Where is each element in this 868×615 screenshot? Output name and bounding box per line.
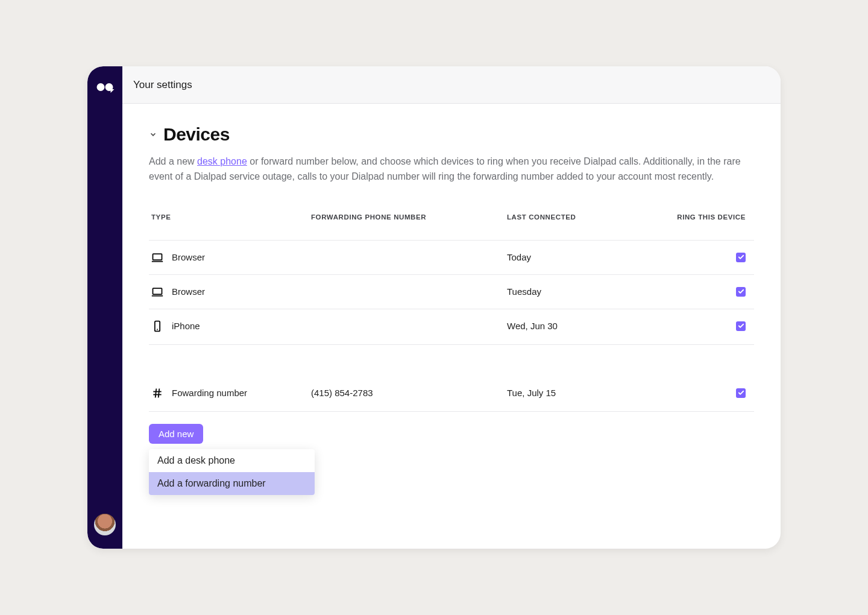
main-panel: Your settings Devices Add a new desk pho…	[122, 66, 781, 549]
table-row: Fowarding number(415) 854-2783Tue, July …	[149, 376, 754, 410]
content: Devices Add a new desk phone or forward …	[122, 104, 781, 468]
chevron-down-icon	[149, 130, 157, 139]
svg-line-8	[156, 388, 157, 397]
device-type: iPhone	[172, 321, 200, 331]
dropdown-item[interactable]: Add a forwarding number	[149, 472, 315, 495]
desk-phone-link[interactable]: desk phone	[197, 156, 247, 166]
device-type: Fowarding number	[172, 388, 247, 398]
device-type: Browser	[172, 286, 205, 297]
device-last: Tue, July 15	[507, 388, 667, 398]
device-last: Today	[507, 252, 667, 262]
dropdown-item[interactable]: Add a desk phone	[149, 449, 315, 472]
sidebar	[87, 66, 122, 549]
svg-line-9	[159, 388, 160, 397]
col-last: LAST CONNECTED	[507, 213, 667, 221]
device-fwd: (415) 854-2783	[311, 388, 507, 398]
ring-checkbox[interactable]	[736, 321, 746, 331]
laptop-icon	[151, 251, 163, 263]
table-header: TYPE FORWARDING PHONE NUMBER LAST CONNEC…	[149, 209, 754, 240]
ring-checkbox[interactable]	[736, 388, 746, 398]
add-dropdown: Add a desk phoneAdd a forwarding number	[149, 449, 315, 495]
section-header[interactable]: Devices	[149, 124, 754, 145]
avatar[interactable]	[94, 514, 116, 535]
section-description: Add a new desk phone or forward number b…	[149, 154, 754, 184]
logo-icon	[97, 83, 113, 91]
hash-icon	[151, 387, 163, 399]
col-type: TYPE	[151, 213, 311, 221]
col-ring: RING THIS DEVICE	[667, 213, 752, 221]
table-row: BrowserTuesday	[149, 274, 754, 309]
devices-table: BrowserTodayBrowserTuesdayiPhoneWed, Jun…	[149, 240, 754, 343]
ring-checkbox[interactable]	[736, 287, 746, 297]
col-fwd: FORWARDING PHONE NUMBER	[311, 213, 507, 221]
device-type: Browser	[172, 252, 205, 262]
table-row: BrowserToday	[149, 240, 754, 274]
forwarding-table: Fowarding number(415) 854-2783Tue, July …	[149, 376, 754, 410]
device-last: Wed, Jun 30	[507, 321, 667, 331]
phone-icon	[151, 320, 163, 332]
ring-checkbox[interactable]	[736, 253, 746, 262]
svg-rect-2	[153, 288, 162, 294]
app-window: Your settings Devices Add a new desk pho…	[87, 66, 781, 549]
device-last: Tuesday	[507, 286, 667, 297]
page-header: Your settings	[122, 66, 781, 104]
page-title: Your settings	[133, 79, 192, 91]
table-row: iPhoneWed, Jun 30	[149, 309, 754, 343]
add-new-button[interactable]: Add new	[149, 424, 203, 444]
section-title: Devices	[163, 124, 230, 145]
add-section: Add new Add a desk phoneAdd a forwarding…	[149, 424, 754, 444]
svg-rect-0	[153, 254, 162, 260]
laptop-icon	[151, 286, 163, 298]
